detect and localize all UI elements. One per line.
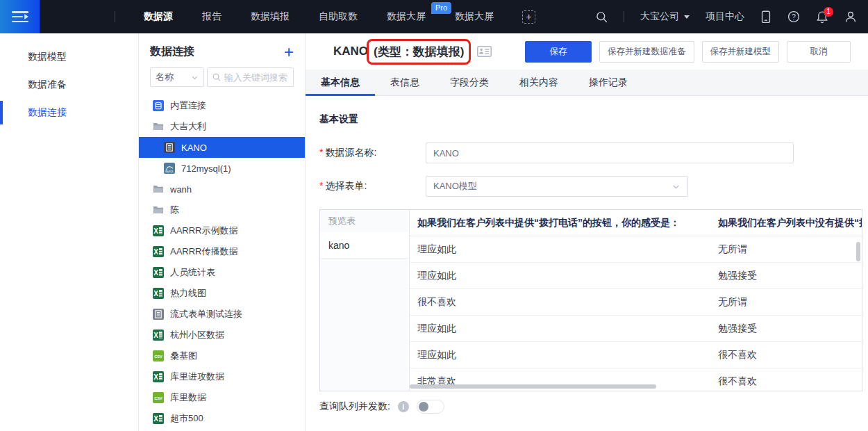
tab-label: 表信息 [390, 76, 419, 89]
tree-item[interactable]: 超市500 [139, 408, 305, 429]
cancel-button[interactable]: 取消 [787, 41, 851, 63]
tree-folder[interactable]: 陈 [139, 200, 305, 220]
tree-item-builtin[interactable]: 内置连接 [139, 95, 305, 116]
table-cell: 理应如此 [410, 236, 710, 262]
table-cell: 很不喜欢 [410, 289, 710, 315]
database-icon [153, 100, 164, 111]
tree-item[interactable]: AARRR示例数据 [139, 220, 305, 241]
tree-item[interactable]: 流式表单测试连接 [139, 304, 305, 325]
tab-related-content[interactable]: 相关内容 [504, 70, 574, 95]
concurrency-label: 查询队列并发数: [319, 400, 390, 413]
table-cell: 理应如此 [410, 316, 710, 341]
preview-table: 预览表 kano 如果我们在客户列表中提供“拨打电话”的按钮，你的感受是： 如果… [319, 209, 862, 391]
panel-title: 数据连接 [150, 44, 194, 59]
horizontal-scrollbar[interactable] [410, 384, 656, 389]
user-icon[interactable] [844, 10, 857, 23]
concurrency-toggle[interactable] [417, 400, 444, 414]
tab-bar: 基本信息 表信息 字段分类 相关内容 操作记录 [306, 70, 868, 96]
tab-label: 字段分类 [450, 76, 489, 89]
search-icon[interactable] [596, 11, 608, 23]
tree-item[interactable]: 杭州小区数据 [139, 325, 305, 345]
sidebar-item-label: 数据模型 [28, 51, 67, 63]
tree-folder[interactable]: 大吉大利 [139, 116, 305, 137]
save-button[interactable]: 保存 [525, 41, 592, 63]
csv-icon [153, 350, 164, 361]
toggle-knob [419, 402, 428, 412]
tree-item-mysql[interactable]: 712mysql(1) [139, 158, 305, 179]
nav-item-datasource[interactable]: 数据源 [129, 0, 187, 33]
table-cell: 理应如此 [410, 342, 710, 368]
nav-item-dashboard-pro[interactable]: 数据大屏 Pro [372, 0, 440, 33]
page-title-type: (类型：数据填报) [374, 45, 464, 58]
dashed-plus-icon[interactable]: + [522, 10, 535, 24]
tree-item-label: 陈 [170, 204, 179, 216]
tab-operation-log[interactable]: 操作记录 [574, 70, 643, 95]
left-sidebar: 数据模型 数据准备 数据连接 [0, 33, 139, 431]
add-connection-button[interactable]: + [284, 46, 294, 58]
tab-field-category[interactable]: 字段分类 [435, 70, 504, 95]
help-icon[interactable]: ? [787, 10, 800, 23]
project-center-link[interactable]: 项目中心 [706, 10, 744, 23]
sidebar-item-data-connection[interactable]: 数据连接 [0, 99, 138, 127]
save-new-prep-button[interactable]: 保存并新建数据准备 [599, 41, 694, 63]
tree-item[interactable]: 库里进攻数据 [139, 366, 305, 387]
nav-item-label: 数据填报 [251, 10, 290, 23]
svg-text:?: ? [792, 13, 796, 21]
sidebar-item-data-model[interactable]: 数据模型 [0, 43, 138, 71]
preview-table-sidebar-item[interactable]: kano [320, 232, 409, 259]
tree-folder[interactable]: wanh [139, 179, 305, 200]
save-new-model-button[interactable]: 保存并新建模型 [702, 41, 780, 63]
tree-item-label: 库里进攻数据 [170, 371, 224, 383]
keyword-search-box [207, 67, 294, 87]
table-header-row: 如果我们在客户列表中提供“拨打电话”的按钮，你的感受是： 如果我们在客户列表中没… [410, 210, 862, 236]
navbar-menu: 数据源 报告 数据填报 自助取数 数据大屏 Pro 数据大屏 [129, 0, 508, 33]
device-icon[interactable] [760, 10, 771, 24]
nav-item-report[interactable]: 报告 [187, 0, 236, 33]
sidebar-item-label: 数据连接 [28, 106, 67, 119]
keyword-search-input[interactable] [224, 72, 288, 83]
main-menu-button[interactable] [0, 0, 40, 33]
tab-table-info[interactable]: 表信息 [375, 70, 435, 95]
tab-label: 相关内容 [519, 76, 558, 89]
tree-item-kano-selected[interactable]: KANO [139, 137, 305, 158]
column-header: 如果我们在客户列表中没有提供“拨打 [710, 210, 862, 236]
company-name: 大宝公司 [640, 10, 679, 23]
required-mark: * [319, 147, 323, 158]
nav-item-self-service[interactable]: 自助取数 [304, 0, 372, 33]
sidebar-item-data-prep[interactable]: 数据准备 [0, 71, 138, 99]
table-row: 理应如此 勉强接受 [410, 263, 862, 289]
tree-item[interactable]: 人员统计表 [139, 262, 305, 283]
mysql-icon [164, 163, 175, 174]
nav-item-dashboard[interactable]: 数据大屏 [440, 0, 508, 33]
tree-item[interactable]: 桑基图 [139, 345, 305, 366]
vertical-scrollbar[interactable] [856, 242, 860, 261]
form-select[interactable]: KANO模型 [426, 176, 688, 197]
excel-icon [153, 413, 164, 424]
form-icon [153, 309, 164, 320]
section-title: 基本设置 [319, 113, 868, 126]
excel-icon [153, 246, 164, 257]
chevron-down-icon [671, 182, 681, 191]
bell-icon[interactable]: 1 [816, 10, 828, 24]
filter-type-select[interactable]: 名称 [150, 67, 204, 87]
info-icon[interactable]: i [398, 401, 409, 412]
tree-item[interactable]: AARRR传播数据 [139, 241, 305, 262]
tab-label: 操作记录 [589, 76, 628, 89]
navbar-right: 大宝公司 项目中心 ? 1 [596, 10, 868, 24]
tree-item[interactable]: 库里数据 [139, 387, 305, 408]
excel-icon [153, 267, 164, 278]
excel-icon [153, 371, 164, 382]
datasource-name-input[interactable] [426, 143, 794, 163]
table-row: 理应如此 勉强接受 [410, 316, 862, 342]
main-area: KANO (类型：数据填报) 保存 保存并新建数据准备 保存并新建模型 取消 基… [306, 33, 868, 431]
tree-item-label: 大吉大利 [170, 120, 206, 133]
id-card-icon[interactable] [477, 46, 492, 57]
tab-basic-info[interactable]: 基本信息 [306, 70, 375, 95]
datasource-name-label: *数据源名称: [319, 147, 426, 159]
nav-item-data-entry[interactable]: 数据填报 [236, 0, 304, 33]
company-dropdown[interactable]: 大宝公司 [640, 10, 690, 23]
tree-item-label: AARRR示例数据 [170, 225, 238, 237]
search-icon [212, 72, 221, 82]
tree-item[interactable]: 热力线图 [139, 283, 305, 304]
tree-item-label: 热力线图 [170, 287, 206, 300]
